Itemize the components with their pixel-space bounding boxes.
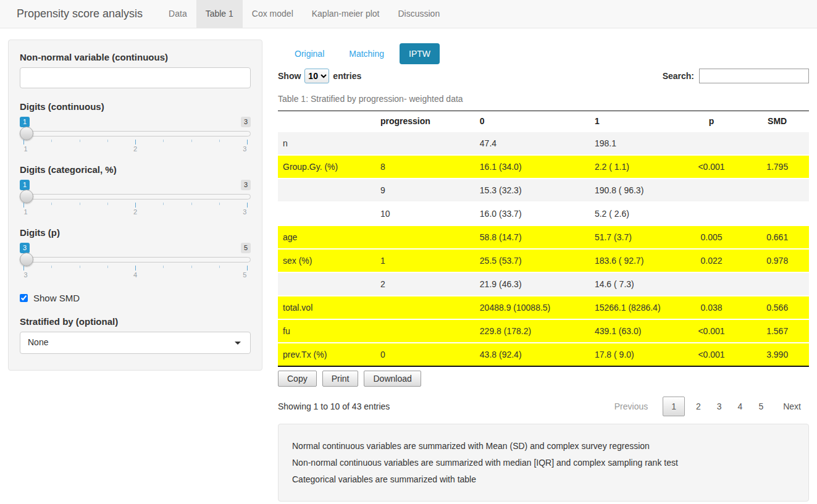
slider-handle[interactable]	[20, 127, 33, 140]
show-smd-checkbox[interactable]	[20, 294, 28, 302]
cell-level: 1	[375, 249, 475, 272]
tab-matching[interactable]: Matching	[340, 43, 393, 64]
cell-group1: 183.6 ( 92.7)	[590, 249, 677, 272]
cell-variable: Group.Gy. (%)	[278, 155, 375, 178]
next-page-button[interactable]: Next	[775, 397, 809, 416]
page-button-4[interactable]: 4	[730, 397, 751, 416]
slider-digits-continuous: Digits (continuous) 1 3 1 2 3	[20, 101, 251, 151]
table-row[interactable]: Group.Gy. (%) 8 16.1 (34.0) 2.2 ( 1.1) <…	[278, 155, 809, 178]
table-row[interactable]: fu 229.8 (178.2) 439.1 (63.0) <0.001 1.5…	[278, 319, 809, 343]
tab-kaplan-meier[interactable]: Kaplan-meier plot	[303, 0, 389, 28]
search-label: Search:	[663, 71, 694, 81]
table-row[interactable]: age 58.8 (14.7) 51.7 (3.7) 0.005 0.661	[278, 225, 809, 249]
print-button[interactable]: Print	[322, 371, 359, 387]
sidebar-panel: Non-normal variable (continuous) Digits …	[8, 40, 262, 371]
table-row[interactable]: sex (%) 1 25.5 (53.7) 183.6 ( 92.7) 0.02…	[278, 249, 809, 272]
search-input[interactable]	[699, 69, 809, 83]
tab-iptw[interactable]: IPTW	[400, 43, 440, 64]
entries-length-select[interactable]: 10	[304, 69, 329, 83]
cell-group0: 229.8 (178.2)	[475, 319, 590, 343]
entries-info: Showing 1 to 10 of 43 entries	[278, 401, 390, 411]
cell-group1: 5.2 ( 2.6)	[590, 202, 677, 225]
cell-p: 0.022	[677, 249, 746, 272]
cell-variable: prev.Tx (%)	[278, 343, 375, 366]
cell-p	[677, 132, 746, 155]
cell-variable: sex (%)	[278, 249, 375, 272]
table-row[interactable]: total.vol 20488.9 (10088.5) 15266.1 (828…	[278, 296, 809, 319]
cell-p: <0.001	[677, 155, 746, 178]
cell-level: 2	[375, 272, 475, 296]
show-smd-label: Show SMD	[33, 293, 80, 303]
chevron-down-icon	[235, 342, 241, 345]
slider-tick-label: 4	[133, 271, 137, 279]
cell-smd: 1.795	[745, 155, 809, 178]
slider-track[interactable]	[20, 257, 251, 262]
slider-label: Digits (categorical, %)	[20, 164, 251, 175]
cell-variable: age	[278, 225, 375, 249]
cell-group1: 14.6 ( 7.3)	[590, 272, 677, 296]
page-button-3[interactable]: 3	[709, 397, 730, 416]
slider-tick-label: 1	[24, 145, 28, 153]
note-line: Categorical variables are summarized wit…	[292, 474, 795, 484]
copy-button[interactable]: Copy	[278, 371, 317, 387]
stratified-by-select[interactable]: None	[20, 332, 251, 354]
page-button-5[interactable]: 5	[750, 397, 771, 416]
cell-level: 8	[375, 155, 475, 178]
cell-group0: 15.3 (32.3)	[475, 178, 590, 202]
cell-level	[375, 319, 475, 343]
slider-track[interactable]	[20, 194, 251, 200]
cell-p	[677, 272, 746, 296]
cell-smd	[745, 272, 809, 296]
slider-tick-label: 3	[243, 208, 246, 216]
cell-smd	[745, 132, 809, 155]
cell-p	[677, 202, 746, 225]
cell-p	[677, 178, 746, 202]
cell-group1: 439.1 (63.0)	[590, 319, 677, 343]
nonnormal-variable-input[interactable]	[20, 67, 251, 88]
slider-handle[interactable]	[20, 253, 33, 266]
cell-group0: 43.8 (92.4)	[475, 343, 590, 366]
table-notes-panel: Normal continuous variables are summariz…	[278, 424, 809, 502]
show-entries-suffix: entries	[333, 71, 361, 81]
main-content: Original Matching IPTW Show 10 entries S…	[278, 40, 809, 502]
cell-variable	[278, 202, 375, 225]
cell-variable: fu	[278, 319, 375, 343]
slider-tick-label: 1	[24, 208, 28, 216]
tab-discussion[interactable]: Discussion	[388, 0, 449, 28]
tab-original[interactable]: Original	[285, 43, 333, 64]
col-header-p: p	[677, 111, 746, 132]
tab-cox-model[interactable]: Cox model	[243, 0, 303, 28]
table-row[interactable]: 2 21.9 (46.3) 14.6 ( 7.3)	[278, 272, 809, 296]
cell-group1: 51.7 (3.7)	[590, 225, 677, 249]
tab-table1[interactable]: Table 1	[196, 0, 243, 28]
table-row[interactable]: 9 15.3 (32.3) 190.8 ( 96.3)	[278, 178, 809, 202]
download-button[interactable]: Download	[364, 371, 421, 387]
nonnormal-variable-label: Non-normal variable (continuous)	[20, 52, 251, 62]
page-button-2[interactable]: 2	[688, 397, 709, 416]
cell-p: <0.001	[677, 343, 746, 366]
previous-page-button[interactable]: Previous	[606, 397, 656, 416]
cell-variable: n	[278, 132, 375, 155]
table-caption: Table 1: Stratified by progression- weig…	[278, 94, 809, 104]
slider-handle[interactable]	[20, 190, 33, 203]
note-line: Non-normal continuous variables are summ…	[292, 458, 795, 468]
page-button-1[interactable]: 1	[663, 397, 685, 416]
table-row[interactable]: prev.Tx (%) 0 43.8 (92.4) 17.8 ( 9.0) <0…	[278, 343, 809, 366]
tab-data[interactable]: Data	[159, 0, 196, 28]
slider-grid: 3 4 5	[23, 266, 247, 278]
slider-digits-p: Digits (p) 3 5 3 4 5	[20, 227, 251, 277]
cell-group1: 2.2 ( 1.1)	[590, 155, 677, 178]
cell-group1: 198.1	[590, 132, 677, 155]
slider-value-badge: 1	[20, 180, 30, 190]
slider-tick-label: 2	[133, 208, 137, 216]
col-header-group0: 0	[475, 111, 590, 132]
cell-group0: 20488.9 (10088.5)	[475, 296, 590, 319]
slider-grid: 1 2 3	[23, 140, 247, 152]
table-row[interactable]: n 47.4 198.1	[278, 132, 809, 155]
table-row[interactable]: 10 16.0 (33.7) 5.2 ( 2.6)	[278, 202, 809, 225]
slider-digits-categorical: Digits (categorical, %) 1 3 1 2 3	[20, 164, 251, 214]
cell-p: 0.005	[677, 225, 746, 249]
navbar: Propensity score analysis Data Table 1 C…	[0, 0, 817, 28]
slider-track[interactable]	[20, 131, 251, 136]
navbar-tabs: Data Table 1 Cox model Kaplan-meier plot…	[159, 0, 449, 28]
